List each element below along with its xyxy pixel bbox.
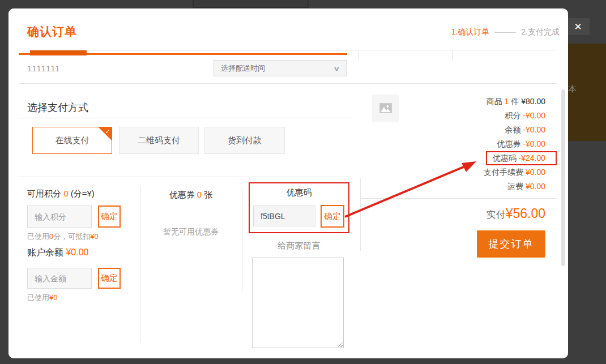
summary-item-count: 1 bbox=[505, 97, 509, 106]
coupon-empty-text: 暂无可用优惠券 bbox=[140, 227, 242, 237]
table-column-divider bbox=[359, 50, 359, 60]
payment-tabs-divider bbox=[19, 177, 351, 177]
summary-row-label: 余额 bbox=[505, 125, 520, 134]
delivery-time-select-label: 选择配送时间 bbox=[221, 63, 265, 74]
summary-row-value: -¥0.00 bbox=[523, 139, 545, 148]
step-separator bbox=[494, 32, 516, 33]
submit-order-button[interactable]: 提交订单 bbox=[477, 230, 545, 258]
tab-online-payment[interactable]: 在线支付 ✓ bbox=[32, 127, 112, 154]
step-payment-complete: 2.支付完成 bbox=[521, 27, 560, 37]
points-used-prefix: 已使用 bbox=[27, 232, 49, 241]
table-column-divider bbox=[452, 50, 453, 60]
summary-row-shipping: 运费 ¥0.00 bbox=[507, 179, 545, 194]
points-label-text: 可用积分 bbox=[27, 189, 61, 198]
coupon-count: 0 bbox=[197, 190, 202, 199]
column-divider bbox=[360, 178, 361, 251]
summary-row-balance: 余额 -¥0.00 bbox=[505, 123, 545, 137]
tab-cash-on-delivery-label: 货到付款 bbox=[228, 135, 262, 146]
page-background: 文本 ✕ 确认订单 1.确认订单 2.支付完成 1111111 选择配送时间 ∨… bbox=[0, 0, 606, 364]
total-value: ¥56.00 bbox=[506, 206, 545, 221]
points-used-line: 已使用0分，可抵扣¥0 bbox=[27, 232, 99, 242]
tab-online-payment-label: 在线支付 bbox=[56, 135, 89, 146]
summary-row-value: ¥0.00 bbox=[526, 182, 545, 191]
delivery-time-select[interactable]: 选择配送时间 ∨ bbox=[214, 60, 347, 76]
summary-row-coupon: 优惠券 -¥0.00 bbox=[497, 137, 545, 151]
step-confirm-order: 1.确认订单 bbox=[451, 27, 490, 37]
order-summary: 商品 1 件 ¥80.00 积分 -¥0.00 余额 -¥0.00 优惠券 -¥… bbox=[371, 95, 545, 194]
modal-scrollbar-thumb[interactable] bbox=[561, 89, 565, 266]
points-available-label: 可用积分 0 (分=¥) bbox=[27, 189, 95, 199]
payment-section-title: 选择支付方式 bbox=[27, 101, 88, 114]
points-deduct-value: ¥0 bbox=[90, 232, 98, 241]
points-confirm-button[interactable]: 确定 bbox=[98, 205, 121, 228]
summary-row-label: 积分 bbox=[505, 111, 520, 120]
total-label: 实付 bbox=[486, 208, 506, 221]
tab-qrcode-payment[interactable]: 二维码支付 bbox=[119, 127, 199, 154]
summary-row-label: 优惠券 bbox=[497, 139, 520, 148]
summary-row-label: 优惠码 bbox=[493, 153, 517, 162]
chevron-down-icon: ∨ bbox=[333, 65, 340, 72]
merchant-message-label: 给商家留言 bbox=[249, 241, 349, 251]
page-title: 确认订单 bbox=[27, 24, 77, 40]
background-element bbox=[193, 0, 309, 8]
step-indicator: 1.确认订单 2.支付完成 bbox=[451, 27, 560, 37]
coupon-label: 优惠券 bbox=[169, 190, 195, 199]
merchant-message-textarea[interactable] bbox=[252, 258, 344, 348]
summary-row-value: -¥24.00 bbox=[519, 153, 545, 162]
points-input[interactable] bbox=[27, 205, 92, 228]
summary-row-value: -¥0.00 bbox=[523, 111, 545, 120]
summary-row-coupon-code-highlighted: 优惠码 -¥24.00 bbox=[486, 151, 557, 165]
summary-item-row: 商品 1 件 ¥80.00 bbox=[486, 95, 545, 109]
total-row: 实付 ¥56.00 bbox=[486, 206, 545, 221]
summary-item-unit: 件 bbox=[511, 97, 519, 106]
summary-row-label: 运费 bbox=[507, 182, 523, 191]
column-divider bbox=[242, 187, 242, 293]
points-rate: (分=¥) bbox=[71, 189, 95, 198]
balance-used-line: 已使用¥0 bbox=[27, 293, 57, 303]
close-icon: ✕ bbox=[574, 21, 582, 33]
active-tab-indicator bbox=[30, 50, 87, 55]
summary-row-label: 支付手续费 bbox=[484, 168, 523, 177]
summary-row-value: ¥0.00 bbox=[526, 168, 545, 177]
summary-row-value: -¥0.00 bbox=[523, 125, 545, 134]
coupon-unit: 张 bbox=[204, 190, 212, 199]
close-button[interactable]: ✕ bbox=[566, 18, 590, 35]
summary-row-fee: 支付手续费 ¥0.00 bbox=[484, 165, 545, 179]
balance-label: 账户余额 bbox=[27, 247, 63, 257]
merchant-message-wrapper bbox=[252, 258, 344, 348]
balance-input[interactable] bbox=[27, 268, 92, 289]
balance-confirm-button[interactable]: 确定 bbox=[98, 268, 121, 289]
balance-amount: ¥0.00 bbox=[66, 247, 88, 257]
background-text: 文本 bbox=[567, 84, 577, 95]
summary-item-value: ¥80.00 bbox=[521, 97, 545, 106]
tab-cash-on-delivery[interactable]: 货到付款 bbox=[204, 127, 285, 154]
coupon-code-input[interactable] bbox=[253, 205, 315, 226]
confirm-order-modal: 确认订单 1.确认订单 2.支付完成 1111111 选择配送时间 ∨ 选择支付… bbox=[8, 8, 568, 358]
tab-qrcode-payment-label: 二维码支付 bbox=[138, 135, 180, 146]
payment-title-divider bbox=[19, 118, 351, 118]
background-panel: 文本 bbox=[567, 44, 606, 141]
check-icon: ✓ bbox=[105, 128, 110, 135]
summary-item-label: 商品 bbox=[486, 97, 502, 106]
points-used-mid: 分，可抵扣 bbox=[53, 232, 90, 241]
coupon-count-line: 优惠券 0 张 bbox=[140, 190, 242, 200]
points-available-value: 0 bbox=[63, 189, 68, 198]
balance-used-prefix: 已使用 bbox=[27, 293, 49, 302]
summary-row-points: 积分 -¥0.00 bbox=[505, 109, 545, 123]
summary-total-divider bbox=[361, 198, 557, 199]
coupon-code-title: 优惠码 bbox=[249, 187, 349, 198]
balance-used-value: ¥0 bbox=[49, 293, 57, 302]
column-divider bbox=[140, 187, 140, 342]
scroll-clip-divider bbox=[19, 50, 557, 50]
balance-label-line: 账户余额 ¥0.00 bbox=[27, 247, 89, 259]
order-number: 1111111 bbox=[27, 63, 61, 73]
coupon-code-confirm-button[interactable]: 确定 bbox=[321, 205, 344, 228]
section-divider bbox=[19, 83, 557, 84]
